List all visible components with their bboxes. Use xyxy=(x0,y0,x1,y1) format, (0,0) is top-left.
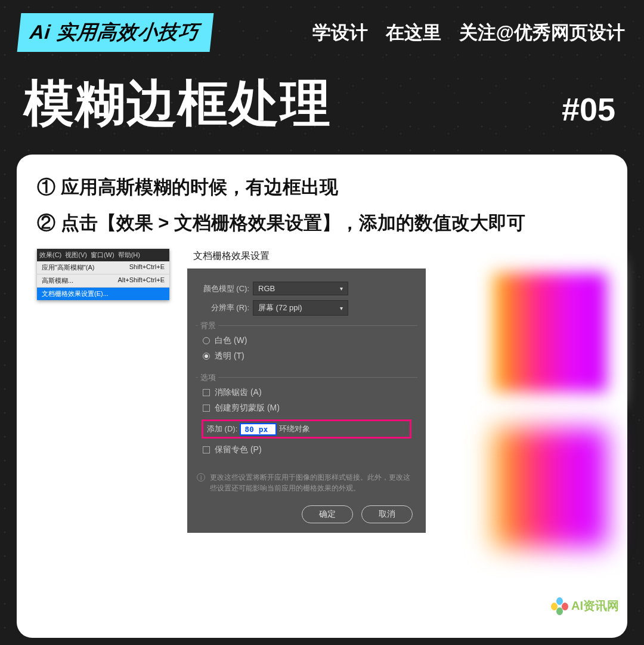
menu-head-help[interactable]: 帮助(H) xyxy=(118,251,140,260)
checkbox-icon xyxy=(203,405,210,412)
effect-menu: 效果(C) 视图(V) 窗口(W) 帮助(H) 应用"高斯模糊"(A) Shif… xyxy=(37,249,169,300)
radio-icon xyxy=(203,337,210,344)
color-model-select[interactable]: RGB ▾ xyxy=(253,282,348,295)
ok-button[interactable]: 确定 xyxy=(302,505,353,523)
bg-white-radio[interactable]: 白色 (W) xyxy=(202,333,411,348)
menu-head-window[interactable]: 窗口(W) xyxy=(91,251,114,260)
checkbox-icon xyxy=(203,389,210,396)
spot-checkbox[interactable]: 保留专色 (P) xyxy=(202,442,411,458)
antialias-checkbox[interactable]: 消除锯齿 (A) xyxy=(202,385,411,400)
menu-item-apply-blur[interactable]: 应用"高斯模糊"(A) Shift+Ctrl+E xyxy=(37,261,169,274)
step-1: ① 应用高斯模糊的时候，有边框出现 xyxy=(37,175,611,200)
gradient-sample-after xyxy=(493,428,607,547)
watermark: AI资讯网 xyxy=(552,598,619,614)
header-tag: 学设计 xyxy=(312,20,368,45)
background-legend: 背景 xyxy=(198,320,218,331)
add-padding-row: 添加 (D): 80 px 环绕对象 xyxy=(202,419,411,439)
step-2: ② 点击【效果 > 文档栅格效果设置】，添加的数值改大即可 xyxy=(37,211,611,236)
dialog-title: 文档栅格效果设置 xyxy=(187,246,426,269)
header-follow: 关注@优秀网页设计 xyxy=(459,20,625,45)
page-number: #05 xyxy=(562,91,615,128)
bg-transparent-radio[interactable]: 透明 (T) xyxy=(202,348,411,364)
info-icon: i xyxy=(197,473,205,482)
info-text: 更改这些设置将断开应用于图像的图形样式链接。此外，更改这些设置还可能影响当前应用… xyxy=(210,472,416,493)
clipmask-checkbox[interactable]: 创建剪切蒙版 (M) xyxy=(202,400,411,416)
menu-item-gaussian-blur[interactable]: 高斯模糊... Alt+Shift+Ctrl+E xyxy=(37,274,169,288)
options-legend: 选项 xyxy=(198,372,218,383)
page-title: 模糊边框处理 xyxy=(24,70,332,138)
radio-icon xyxy=(203,353,210,360)
add-label: 添加 (D): xyxy=(207,424,237,434)
cancel-button[interactable]: 取消 xyxy=(361,505,413,523)
gradient-sample-before xyxy=(493,273,607,392)
color-model-label: 颜色模型 (C): xyxy=(200,283,249,294)
header-tags: 学设计 在这里 关注@优秀网页设计 xyxy=(312,20,625,45)
add-suffix: 环绕对象 xyxy=(279,424,310,434)
resolution-select[interactable]: 屏幕 (72 ppi) ▾ xyxy=(253,300,348,316)
content-card: ① 应用高斯模糊的时候，有边框出现 ② 点击【效果 > 文档栅格效果设置】，添加… xyxy=(17,155,627,638)
menu-head-view[interactable]: 视图(V) xyxy=(65,251,87,260)
raster-settings-dialog: 文档栅格效果设置 颜色模型 (C): RGB ▾ 分辨率 (R): 屏幕 (72… xyxy=(187,249,426,533)
chevron-down-icon: ▾ xyxy=(340,305,343,311)
checkbox-icon xyxy=(203,446,210,453)
add-value-input[interactable]: 80 px xyxy=(241,424,275,434)
menu-head-effect[interactable]: 效果(C) xyxy=(39,251,61,260)
header-tag: 在这里 xyxy=(386,20,441,45)
menu-item-raster-settings[interactable]: 文档栅格效果设置(E)... xyxy=(37,288,169,300)
flower-icon xyxy=(552,598,568,614)
series-badge: Ai 实用高效小技巧 xyxy=(17,13,214,52)
chevron-down-icon: ▾ xyxy=(340,285,343,292)
resolution-label: 分辨率 (R): xyxy=(200,303,249,313)
